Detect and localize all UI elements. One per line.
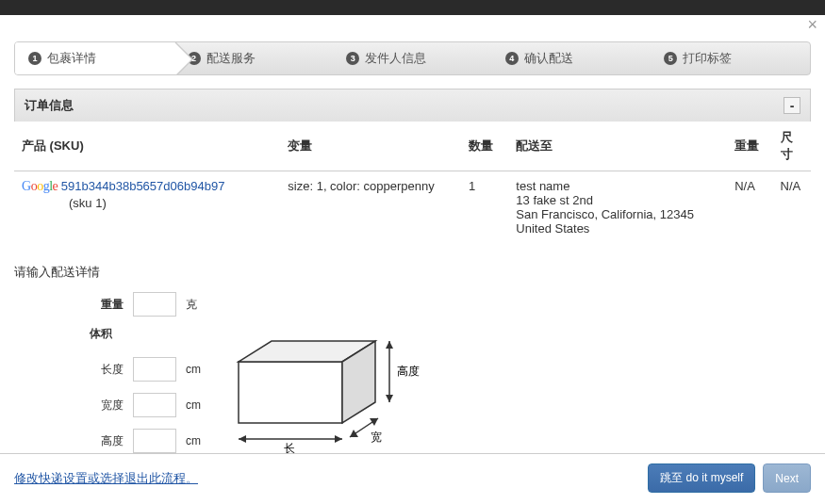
step-number-badge: 4	[505, 52, 519, 65]
height-input[interactable]	[133, 429, 176, 453]
step-shipping-service[interactable]: 2 配送服务	[174, 42, 334, 74]
length-unit: cm	[186, 363, 201, 376]
weight-label: 重量	[90, 297, 124, 313]
step-print-label[interactable]: 5 打印标签	[651, 42, 810, 74]
th-weight: 重量	[727, 122, 772, 171]
step-sender-info[interactable]: 3 发件人信息	[333, 42, 492, 74]
weight-input[interactable]	[133, 292, 176, 317]
length-label: 长度	[90, 362, 124, 378]
step-wizard: 1 包裹详情 2 配送服务 3 发件人信息 4 确认配送 5 打印标签	[14, 41, 811, 75]
step-label: 包裹详情	[47, 50, 96, 67]
svg-marker-5	[386, 395, 393, 402]
next-button[interactable]: Next	[763, 463, 811, 493]
close-icon[interactable]: ×	[807, 15, 817, 35]
width-unit: cm	[186, 398, 201, 412]
step-confirm-shipping[interactable]: 4 确认配送	[492, 42, 652, 74]
svg-text:高度: 高度	[397, 365, 420, 378]
volume-label: 体积	[90, 326, 201, 342]
sku-subtext: (sku 1)	[69, 196, 272, 210]
shipping-details-prompt: 请输入配送详情	[14, 264, 811, 281]
step-label: 发件人信息	[365, 50, 426, 67]
step-number-badge: 3	[346, 52, 359, 65]
step-package-details[interactable]: 1 包裹详情	[15, 42, 174, 74]
th-variant: 变量	[280, 122, 461, 171]
svg-text:宽: 宽	[371, 431, 382, 444]
cell-weight: N/A	[727, 171, 772, 244]
step-label: 确认配送	[524, 50, 573, 67]
footer-bar: 修改快递设置或选择退出此流程。 跳至 do it myself Next	[0, 453, 825, 504]
cell-qty: 1	[461, 171, 508, 244]
svg-marker-8	[239, 435, 246, 443]
step-label: 打印标签	[683, 50, 732, 67]
modify-settings-link[interactable]: 修改快递设置或选择退出此流程。	[14, 470, 198, 487]
height-unit: cm	[186, 434, 201, 447]
sku-link[interactable]: 591b344b38b5657d06b94b97	[61, 179, 225, 193]
th-dims: 尺寸	[773, 122, 811, 171]
cell-shipto: test name 13 fake st 2nd San Francisco, …	[508, 171, 727, 244]
table-row: Google 591b344b38b5657d06b94b97 (sku 1) …	[14, 171, 811, 244]
collapse-button[interactable]: -	[784, 97, 800, 114]
th-qty: 数量	[461, 122, 508, 171]
step-label: 配送服务	[206, 50, 256, 67]
svg-marker-12	[350, 430, 358, 437]
svg-marker-0	[239, 362, 342, 423]
svg-marker-4	[386, 341, 393, 349]
svg-marker-9	[335, 435, 342, 443]
order-info-header: 订单信息 -	[14, 89, 811, 122]
length-input[interactable]	[133, 357, 176, 382]
width-label: 宽度	[90, 398, 124, 414]
step-number-badge: 5	[664, 52, 677, 65]
step-number-badge: 1	[28, 52, 41, 65]
google-logo-icon: Google	[22, 179, 58, 193]
height-label: 高度	[90, 433, 124, 449]
skip-button[interactable]: 跳至 do it myself	[648, 463, 755, 493]
width-input[interactable]	[133, 393, 176, 417]
svg-marker-13	[370, 418, 378, 426]
th-shipto: 配送至	[508, 122, 727, 171]
box-diagram-icon: 高度 长 宽	[229, 333, 427, 459]
order-info-title: 订单信息	[25, 97, 74, 114]
order-table: 产品 (SKU) 变量 数量 配送至 重量 尺寸 Google 591b344b…	[14, 122, 811, 243]
th-product: 产品 (SKU)	[14, 122, 280, 171]
weight-unit: 克	[186, 297, 197, 313]
cell-variant: size: 1, color: copperpenny	[280, 171, 461, 244]
cell-dims: N/A	[773, 171, 811, 244]
